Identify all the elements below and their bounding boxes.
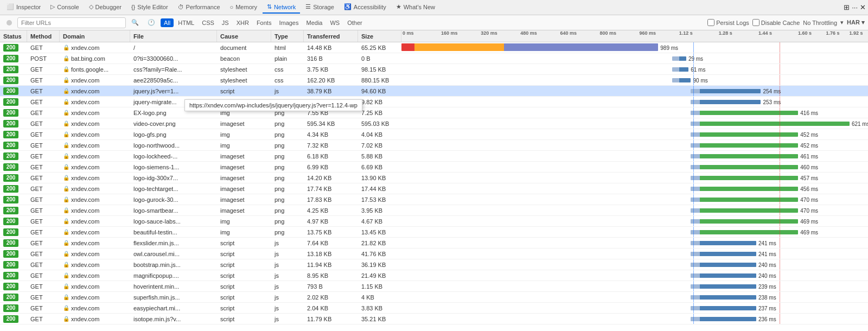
table-row[interactable]: 200GET🔒xndev.comowl.carousel.mi...script… bbox=[0, 249, 868, 259]
size-cell: 21.82 KB bbox=[358, 238, 401, 248]
th-cause[interactable]: Cause bbox=[217, 30, 271, 42]
throttle-dropdown-icon[interactable]: ▾ bbox=[840, 19, 844, 26]
table-row[interactable]: 200GET🔒xndev.comeasypiechart.mi...script… bbox=[0, 303, 868, 314]
table-row[interactable]: 200GET🔒xndev.comlogo-lockheed-...imagese… bbox=[0, 151, 868, 162]
table-row[interactable]: 200GET🔒xndev.comlogo-techtarget...images… bbox=[0, 183, 868, 194]
record-button[interactable] bbox=[3, 19, 15, 27]
tab-whats-new[interactable]: ★ What's New bbox=[392, 1, 439, 14]
tab-network[interactable]: ⇅ Network bbox=[263, 1, 300, 14]
transferred-cell: 7.32 KB bbox=[304, 140, 358, 150]
table-row[interactable]: 200GET🔒xndev.comlogo-gfs.pngimgpng4.34 K… bbox=[0, 129, 868, 140]
chip-images[interactable]: Images bbox=[276, 18, 302, 27]
cause-cell: script bbox=[217, 281, 271, 291]
chip-all[interactable]: All bbox=[161, 18, 174, 27]
status-badge: 200 bbox=[3, 228, 18, 236]
chip-ws[interactable]: WS bbox=[327, 18, 343, 27]
chip-html[interactable]: HTML bbox=[175, 18, 197, 27]
table-row[interactable]: 200GET🔒xndev.comisotope.min.js?v...scrip… bbox=[0, 314, 868, 324]
lock-icon: 🔒 bbox=[63, 175, 69, 181]
table-row[interactable]: 200GET🔒xndev.com/documenthtml14.48 KB65.… bbox=[0, 42, 868, 53]
chip-js[interactable]: JS bbox=[219, 18, 232, 27]
table-body: 200GET🔒xndev.com/documenthtml14.48 KB65.… bbox=[0, 42, 868, 331]
domain-cell: 🔒xndev.com bbox=[60, 259, 130, 270]
persist-logs-checkbox[interactable] bbox=[707, 19, 714, 26]
cause-cell: imageset bbox=[217, 194, 271, 205]
chip-media[interactable]: Media bbox=[303, 18, 326, 27]
size-cell: 0 B bbox=[358, 53, 401, 63]
method-cell: GET bbox=[27, 173, 60, 183]
chip-other[interactable]: Other bbox=[344, 18, 366, 27]
th-status[interactable]: Status bbox=[0, 30, 27, 42]
table-row[interactable]: 200GET🔒xndev.comhoverintent.min...script… bbox=[0, 281, 868, 292]
lock-icon: 🔒 bbox=[63, 186, 69, 192]
tab-memory[interactable]: ○ Memory bbox=[226, 2, 261, 14]
type-cell: js bbox=[271, 314, 304, 324]
table-row[interactable]: 200GET🔒xndev.comvideo-cover.pngimagesetp… bbox=[0, 118, 868, 129]
type-cell: js bbox=[271, 86, 304, 96]
table-row[interactable]: 200GET🔒xndev.comlogo-idg-300x7...imagese… bbox=[0, 173, 868, 183]
devtools-tabbar: ⬜ Inspector ▷ Console ◇ Debugger {} Styl… bbox=[0, 0, 868, 15]
size-cell: 35.21 KB bbox=[358, 314, 401, 324]
table-row[interactable]: 200GET🔒xndev.comlogo-sauce-labs...imgpng… bbox=[0, 216, 868, 227]
chip-xhr[interactable]: XHR bbox=[233, 18, 252, 27]
table-row[interactable]: 200GET🔒xndev.combootstrap.min.js...scrip… bbox=[0, 259, 868, 270]
table-row[interactable]: 200GET🔒xndev.combeautiful-testin...imgpn… bbox=[0, 227, 868, 238]
size-cell: 13.90 KB bbox=[358, 173, 401, 183]
table-row[interactable]: 200GET🔒xndev.comjquery-migrate...scriptj… bbox=[0, 97, 868, 107]
th-type[interactable]: Type bbox=[271, 30, 304, 42]
tab-style-editor[interactable]: {} Style Editor bbox=[127, 2, 173, 14]
file-cell: css?family=Rale... bbox=[130, 64, 217, 74]
th-domain[interactable]: Domain bbox=[60, 30, 130, 42]
table-header: Status Method Domain File Cause Type Tra… bbox=[0, 30, 868, 42]
transferred-cell: 14.48 KB bbox=[304, 42, 358, 53]
chip-fonts[interactable]: Fonts bbox=[253, 18, 275, 27]
timeline-cell: 253 ms bbox=[401, 97, 868, 107]
tab-performance[interactable]: ⏱ Performance bbox=[174, 2, 225, 14]
timeline-cell: 469 ms bbox=[401, 216, 868, 226]
size-cell: 595.03 KB bbox=[358, 118, 401, 129]
persist-logs-label[interactable]: Persist Logs bbox=[707, 19, 749, 26]
timeline-cell: 457 ms bbox=[401, 173, 868, 183]
table-row[interactable]: 200GET🔒xndev.comsuperfish.min.js...scrip… bbox=[0, 292, 868, 303]
disable-cache-label[interactable]: Disable Cache bbox=[752, 19, 800, 26]
th-transferred[interactable]: Transferred bbox=[304, 30, 358, 42]
timeline-cell: 237 ms bbox=[401, 303, 868, 313]
table-row[interactable]: 200GET🔒xndev.comjquery.js?ver=1...script… bbox=[0, 86, 868, 97]
transferred-cell: 13.75 KB bbox=[304, 227, 358, 237]
more-icon[interactable]: ··· bbox=[852, 3, 858, 11]
search-button[interactable]: 🔍 bbox=[128, 18, 142, 27]
table-row[interactable]: 200GET🔒xndev.comEX-logo.pngimgpng7.55 KB… bbox=[0, 107, 868, 118]
tab-storage[interactable]: ☰ Storage bbox=[301, 1, 339, 14]
table-row[interactable]: 200GET🔒xndev.commagnificpopup....scriptj… bbox=[0, 270, 868, 281]
tab-console[interactable]: ▷ Console bbox=[46, 1, 83, 14]
tab-inspector[interactable]: ⬜ Inspector bbox=[2, 1, 45, 14]
timeline-cell: 90 ms bbox=[401, 75, 868, 85]
table-row[interactable]: 200GET🔒xndev.comaee228509a5c...styleshee… bbox=[0, 75, 868, 86]
clock-button[interactable]: 🕐 bbox=[144, 18, 158, 27]
table-row[interactable]: 200GET🔒xndev.comlogo-northwood...imgpng7… bbox=[0, 140, 868, 151]
th-file[interactable]: File bbox=[130, 30, 217, 42]
disable-cache-checkbox[interactable] bbox=[752, 19, 760, 26]
method-cell: GET bbox=[27, 249, 60, 259]
table-row[interactable]: 200GET🔒xndev.comflexslider.min.js...scri… bbox=[0, 238, 868, 249]
responsive-icon[interactable]: ⊞ bbox=[844, 3, 850, 11]
th-size[interactable]: Size bbox=[358, 30, 401, 42]
method-cell: GET bbox=[27, 216, 60, 226]
table-row[interactable]: 200GET🔒xndev.comlogo-smartbear...imagese… bbox=[0, 205, 868, 216]
size-cell: 13.45 KB bbox=[358, 227, 401, 237]
table-row[interactable]: 200GET🔒xndev.comlogo-gurock-30...imagese… bbox=[0, 194, 868, 205]
table-row[interactable]: 200GET🔒xndev.comlogo-siemens-1...imagese… bbox=[0, 162, 868, 173]
method-cell: GET bbox=[27, 259, 60, 270]
cause-cell: script bbox=[217, 86, 271, 96]
filter-input[interactable] bbox=[17, 17, 126, 28]
tab-accessibility[interactable]: ♿ Accessibility bbox=[340, 1, 391, 14]
status-badge: 200 bbox=[3, 174, 18, 182]
timeline-cell: 460 ms bbox=[401, 162, 868, 172]
th-method[interactable]: Method bbox=[27, 30, 60, 42]
transferred-cell: 3.75 KB bbox=[304, 64, 358, 74]
table-row[interactable]: 200POST🔒bat.bing.com0?ti=33000660...beac… bbox=[0, 53, 868, 64]
table-row[interactable]: 200GET🔒fonts.google...css?family=Rale...… bbox=[0, 64, 868, 75]
tab-debugger[interactable]: ◇ Debugger bbox=[85, 1, 126, 14]
chip-css[interactable]: CSS bbox=[199, 18, 218, 27]
close-icon[interactable]: ✕ bbox=[860, 3, 866, 11]
